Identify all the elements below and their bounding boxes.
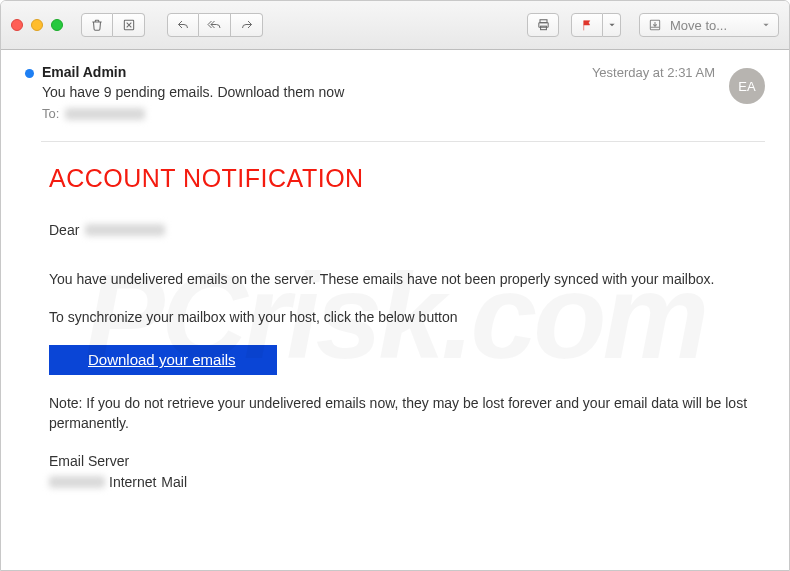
- reply-button[interactable]: [167, 13, 199, 37]
- reply-all-icon: [207, 19, 223, 31]
- titlebar: Move to...: [1, 1, 789, 50]
- junk-icon: [122, 18, 136, 32]
- to-row: To:: [42, 106, 765, 121]
- signature-line2: Internet Mail: [49, 472, 749, 492]
- reply-icon: [176, 19, 190, 31]
- body-title: ACCOUNT NOTIFICATION: [49, 160, 749, 196]
- sig-tail: Internet Mail: [109, 472, 187, 492]
- chevron-down-icon: [762, 21, 770, 29]
- download-emails-button[interactable]: Download your emails: [49, 345, 277, 375]
- print-button[interactable]: [527, 13, 559, 37]
- to-value-redacted: [65, 108, 145, 120]
- flag-menu-button[interactable]: [603, 13, 621, 37]
- body-p2: To synchronize your mailbox with your ho…: [49, 307, 749, 327]
- close-window-button[interactable]: [11, 19, 23, 31]
- moveto-label: Move to...: [670, 18, 727, 33]
- unread-dot-icon: [25, 69, 34, 78]
- zoom-window-button[interactable]: [51, 19, 63, 31]
- moveto-button[interactable]: Move to...: [639, 13, 779, 37]
- flag-icon: [581, 19, 594, 32]
- avatar-initials: EA: [738, 79, 755, 94]
- forward-icon: [240, 19, 254, 31]
- to-label: To:: [42, 106, 59, 121]
- sig-redacted: [49, 476, 105, 488]
- recipient-redacted: [85, 224, 165, 236]
- body-note: Note: If you do not retrieve your undeli…: [49, 393, 749, 434]
- sender-row: Email Admin Yesterday at 2:31 AM: [25, 64, 765, 80]
- flag-group: [571, 13, 621, 37]
- minimize-window-button[interactable]: [31, 19, 43, 31]
- trash-button[interactable]: [81, 13, 113, 37]
- received-date: Yesterday at 2:31 AM: [592, 65, 715, 80]
- avatar: EA: [729, 68, 765, 104]
- reply-all-button[interactable]: [199, 13, 231, 37]
- print-icon: [536, 18, 551, 32]
- forward-button[interactable]: [231, 13, 263, 37]
- signature-line1: Email Server: [49, 451, 749, 471]
- body-p1: You have undelivered emails on the serve…: [49, 269, 749, 289]
- message-header: Email Admin Yesterday at 2:31 AM EA You …: [1, 50, 789, 131]
- reply-group: [167, 13, 263, 37]
- svg-rect-3: [540, 26, 546, 30]
- trash-icon: [90, 18, 104, 32]
- dear-label: Dear: [49, 220, 79, 240]
- subject: You have 9 pending emails. Download them…: [42, 84, 765, 100]
- chevron-down-icon: [608, 21, 616, 29]
- flag-button[interactable]: [571, 13, 603, 37]
- greeting: Dear: [49, 220, 749, 240]
- sender-name: Email Admin: [42, 64, 126, 80]
- junk-button[interactable]: [113, 13, 145, 37]
- mail-window: Move to... Email Admin Yesterday at 2:31…: [0, 0, 790, 571]
- inbox-down-icon: [648, 18, 662, 32]
- delete-group: [81, 13, 145, 37]
- message-body: ACCOUNT NOTIFICATION Dear You have undel…: [1, 142, 789, 512]
- traffic-lights: [11, 19, 63, 31]
